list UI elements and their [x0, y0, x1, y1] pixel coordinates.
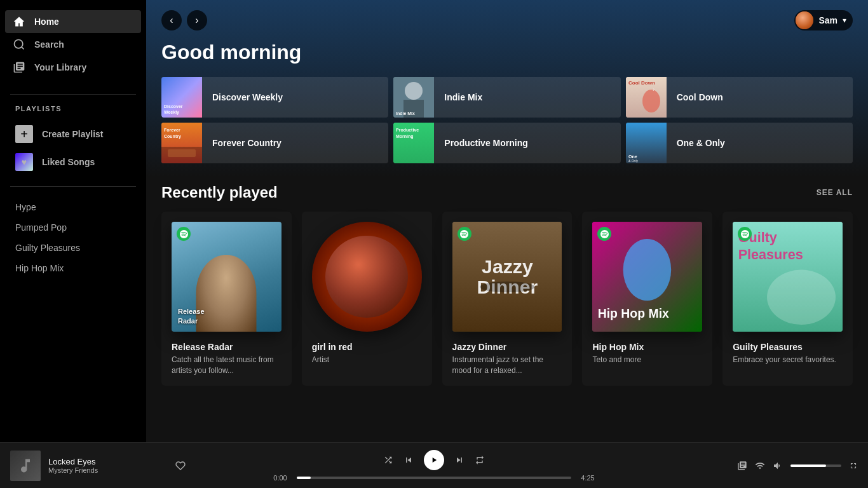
progress-fill [297, 477, 311, 479]
volume-fill [790, 464, 826, 467]
quick-item-productive-morning[interactable]: Productive Morning Productive Morning [393, 123, 620, 163]
search-icon [13, 38, 25, 51]
sidebar-item-search[interactable]: Search [5, 33, 141, 56]
card-title-girl-in-red: girl in red [312, 342, 422, 352]
svg-text:Pleasures: Pleasures [738, 247, 803, 262]
quick-item-label-discover-weekly: Discover Weekly [202, 92, 293, 102]
quick-item-art-forever-country: Forever Country [161, 123, 202, 163]
quick-item-discover-weekly[interactable]: Discover Weekly [161, 77, 388, 118]
svg-text:Morning: Morning [396, 134, 414, 139]
card-jazzy-dinner[interactable]: Jazzy Dinner Jazzy Dinne [442, 212, 573, 386]
quick-item-one-only[interactable]: One & Only One & Only [626, 123, 853, 163]
card-desc-girl-in-red: Artist [312, 355, 422, 365]
sidebar-item-hype[interactable]: Hype [0, 197, 146, 217]
expand-button[interactable] [849, 461, 858, 470]
content-area: Good morning Discover Weekly Indie Mix [146, 41, 868, 401]
svg-text:One: One [628, 154, 637, 159]
svg-text:Indie Mix: Indie Mix [396, 111, 415, 116]
quick-item-label-forever-country: Forever Country [202, 138, 292, 148]
spotify-logo-jazzy-dinner [458, 227, 471, 241]
now-playing-title: Locked Eyes [48, 457, 165, 466]
forward-button[interactable]: › [187, 10, 207, 30]
player-controls: 0:00 4:25 [188, 450, 680, 482]
now-playing: Locked Eyes Mystery Friends [10, 451, 188, 481]
quick-item-indie-mix[interactable]: Indie Mix Indie Mix [393, 77, 620, 118]
player-bar: Locked Eyes Mystery Friends [0, 442, 868, 488]
device-button[interactable] [755, 461, 765, 471]
user-menu[interactable]: Sam ▾ [794, 10, 853, 30]
time-current: 0:00 [269, 474, 292, 482]
sidebar-item-hip-hop-mix[interactable]: Hip Hop Mix [0, 258, 146, 278]
like-button[interactable] [173, 458, 188, 474]
previous-button[interactable] [403, 455, 414, 465]
sidebar-label-search: Search [34, 39, 64, 50]
shuffle-button[interactable] [383, 455, 393, 465]
card-img-girl-in-red [312, 222, 422, 332]
create-playlist-label: Create Playlist [42, 129, 104, 139]
card-title-jazzy-dinner: Jazzy Dinner [452, 342, 562, 352]
card-img-wrap-girl-in-red [312, 222, 422, 332]
create-playlist-button[interactable]: + Create Playlist [8, 120, 139, 148]
queue-button[interactable] [737, 461, 747, 471]
nav-buttons: ‹ › [161, 10, 207, 30]
card-img-wrap-hip-hop-mix: Hip Hop Mix [592, 222, 702, 332]
progress-bar[interactable] [297, 477, 571, 479]
sidebar-divider [10, 94, 136, 95]
recently-played-header: Recently played SEE ALL [161, 184, 853, 201]
quick-item-label-indie-mix: Indie Mix [434, 92, 492, 102]
card-guilty-pleasures[interactable]: Guilty Pleasures Guilty [722, 212, 853, 386]
sidebar: Home Search Your Library [0, 0, 146, 442]
now-playing-art [10, 451, 41, 481]
card-hip-hop-mix[interactable]: Hip Hop Mix Hip Hop Mix Teto and more [582, 212, 712, 386]
user-name: Sam [818, 15, 837, 25]
card-desc-release-radar: Catch all the latest music from artists … [172, 355, 281, 376]
library-icon [13, 61, 25, 74]
volume-button[interactable] [773, 461, 783, 471]
sidebar-item-guilty-pleasures[interactable]: Guilty Pleasures [0, 238, 146, 258]
volume-bar[interactable] [790, 464, 841, 467]
main-content: ‹ › Sam ▾ Good morning Discover Weekly [146, 0, 868, 442]
sidebar-item-library[interactable]: Your Library [5, 56, 141, 79]
now-playing-info: Locked Eyes Mystery Friends [48, 457, 165, 474]
quick-item-cool-down[interactable]: Cool Down ♪ Cool Down [626, 77, 853, 118]
spotify-logo-release-radar [177, 227, 191, 241]
quick-grid: Discover Weekly Indie Mix Indie Mix [161, 77, 853, 163]
svg-point-26 [623, 239, 672, 301]
player-buttons [383, 450, 485, 470]
svg-text:Jazzy: Jazzy [482, 256, 533, 277]
quick-item-forever-country[interactable]: Forever Country Forever Country [161, 123, 388, 163]
card-title-hip-hop-mix: Hip Hop Mix [592, 342, 702, 352]
svg-text:Cool Down: Cool Down [628, 80, 655, 86]
create-playlist-icon: + [15, 125, 33, 143]
now-playing-art-inner [10, 451, 41, 481]
svg-rect-14 [168, 149, 196, 157]
art-girl-in-red-circle [325, 236, 408, 318]
playlists-section: PLAYLISTS + Create Playlist ♥ Liked Song… [0, 100, 146, 181]
svg-point-24 [480, 281, 534, 292]
svg-point-3 [405, 82, 423, 100]
avatar-image [796, 11, 813, 29]
repeat-button[interactable] [475, 455, 485, 465]
quick-item-art-cool-down: Cool Down ♪ [626, 77, 667, 118]
play-button[interactable] [424, 450, 444, 470]
card-release-radar[interactable]: Release Radar Catch all the latest music… [161, 212, 292, 386]
see-all-button[interactable]: SEE ALL [817, 188, 853, 197]
greeting: Good morning [161, 41, 853, 64]
svg-text:& Only: & Only [628, 159, 639, 163]
card-desc-hip-hop-mix: Teto and more [592, 355, 702, 365]
next-button[interactable] [454, 455, 465, 465]
sidebar-label-library: Your Library [34, 62, 86, 72]
svg-point-0 [15, 40, 23, 48]
sidebar-divider-2 [10, 186, 136, 187]
liked-songs-label: Liked Songs [42, 157, 95, 167]
progress-row: 0:00 4:25 [269, 474, 599, 482]
card-title-release-radar: Release Radar [172, 342, 281, 352]
card-girl-in-red[interactable]: girl in red Artist [302, 212, 432, 386]
sidebar-label-home: Home [34, 17, 59, 27]
liked-songs-button[interactable]: ♥ Liked Songs [8, 148, 139, 176]
sidebar-item-home[interactable]: Home [5, 10, 141, 33]
card-title-guilty-pleasures: Guilty Pleasures [733, 342, 843, 352]
svg-text:Productive: Productive [396, 128, 419, 132]
back-button[interactable]: ‹ [161, 10, 182, 30]
sidebar-item-pumped-pop[interactable]: Pumped Pop [0, 217, 146, 238]
